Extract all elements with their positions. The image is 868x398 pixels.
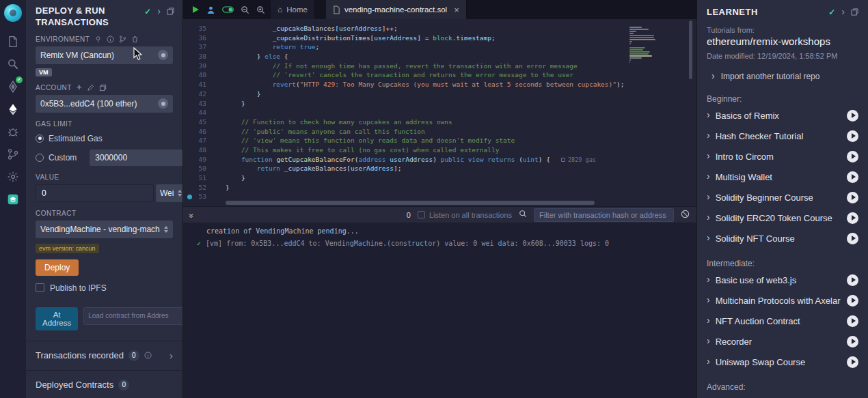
gutter-line[interactable]: 46 <box>183 127 216 137</box>
gutter-line[interactable]: 50 <box>183 164 216 173</box>
play-tutorial-button[interactable] <box>847 171 858 183</box>
gutter-line[interactable]: 43 <box>183 99 216 109</box>
sidebar-icon-source-control[interactable] <box>0 143 26 165</box>
sidebar-icon-debugger[interactable] <box>0 120 26 143</box>
edit-icon[interactable] <box>87 84 94 91</box>
close-tab-icon[interactable]: × <box>454 5 459 15</box>
play-tutorial-button[interactable] <box>847 212 858 224</box>
play-tutorial-button[interactable] <box>847 110 858 122</box>
fork-icon[interactable] <box>119 35 126 43</box>
play-tutorial-button[interactable] <box>847 233 858 244</box>
tab-vending-machine-contract[interactable]: vending-machine-contract.sol × <box>326 0 467 19</box>
tutorial-item[interactable]: ›Recorder <box>707 331 858 352</box>
code-line[interactable]: return true; <box>226 42 696 52</box>
environment-info-circle-icon[interactable] <box>158 50 168 60</box>
tutorial-item[interactable]: ›Solidity ERC20 Token Course <box>707 208 858 228</box>
stepper-up-icon[interactable] <box>164 226 168 229</box>
gutter-line[interactable]: 42 <box>183 89 216 99</box>
zoom-out-icon[interactable] <box>241 5 249 14</box>
play-tutorial-button[interactable] <box>847 295 858 307</box>
play-tutorial-button[interactable] <box>847 274 858 286</box>
sidebar-icon-solidity-compiler[interactable]: ✓ <box>0 75 26 98</box>
code-line[interactable]: // 'public' means anyone can call this f… <box>226 127 696 137</box>
environment-select[interactable]: Remix VM (Cancun) <box>36 46 173 64</box>
code-line[interactable]: _cupcakeBalances[userAddress]++; <box>226 24 696 33</box>
sidebar-icon-settings[interactable] <box>0 165 26 188</box>
code-line[interactable]: // 'revert' cancels the transaction and … <box>226 70 696 80</box>
at-address-button[interactable]: At Address <box>36 307 78 330</box>
code-line[interactable]: revert("HTTP 429: Too Many Cupcakes (you… <box>226 80 696 89</box>
code-line[interactable]: // 'view' means this function only reads… <box>226 136 696 145</box>
code-line[interactable]: } <box>226 183 696 193</box>
code-line[interactable]: // This makes it free to call (no gas co… <box>226 145 696 155</box>
gutter-line[interactable]: 39 <box>183 61 216 71</box>
code-editor[interactable]: 35363738394041424344454647484950515253 _… <box>183 19 696 199</box>
add-account-icon[interactable]: + <box>77 84 82 91</box>
gutter-line[interactable]: 44 <box>183 108 216 117</box>
code-line[interactable]: function getCupcakeBalanceFor(address us… <box>226 155 696 165</box>
terminal-output[interactable]: creation of VendingMachine pending... ✓ … <box>183 223 696 398</box>
info-icon[interactable] <box>107 35 114 43</box>
code-line[interactable]: // If not enough time has passed, revert… <box>226 61 696 71</box>
deployed-contracts-row[interactable]: Deployed Contracts 0 <box>26 371 182 398</box>
tutorial-item[interactable]: ›Multichain Protocols with Axelar <box>707 290 858 311</box>
account-info-circle-icon[interactable] <box>158 98 168 109</box>
estimated-gas-option[interactable]: Estimated Gas <box>36 134 173 143</box>
horizontal-scroll-thumb[interactable] <box>226 201 595 205</box>
run-icon[interactable] <box>191 5 200 14</box>
code-line[interactable]: } <box>226 99 696 109</box>
publish-ipfs-checkbox[interactable] <box>36 283 44 292</box>
editor-vertical-scrollbar[interactable] <box>689 20 692 79</box>
gutter-line[interactable]: 49 <box>183 155 216 165</box>
custom-gas-input[interactable] <box>90 150 183 166</box>
value-input[interactable] <box>36 184 154 202</box>
account-select[interactable]: 0x5B3...eddC4 (100 ether) <box>36 95 173 113</box>
chevron-right-icon[interactable]: › <box>169 352 173 360</box>
stepper-down-icon[interactable] <box>178 194 182 197</box>
terminal-filter-input[interactable] <box>534 208 674 222</box>
tutorial-item[interactable]: ›Solidity Beginner Course <box>707 187 858 208</box>
popout-window-icon[interactable] <box>851 8 858 16</box>
code-line[interactable]: // Function to check how many cupcakes a… <box>226 117 696 127</box>
transactions-recorded-row[interactable]: Transactions recorded 0 › <box>26 341 182 370</box>
stepper-down-icon[interactable] <box>164 230 168 233</box>
listen-transactions-checkbox[interactable] <box>418 211 425 218</box>
breakpoint-dot[interactable] <box>187 195 192 199</box>
gutter-line[interactable]: 36 <box>183 33 216 43</box>
publish-ipfs-row[interactable]: Publish to IPFS <box>36 283 173 293</box>
stepper-up-icon[interactable] <box>178 190 182 193</box>
gutter-line[interactable]: 47 <box>183 136 216 145</box>
zoom-in-icon[interactable] <box>256 5 265 14</box>
code-line[interactable]: _cupcakeDistributionTimes[userAddress] =… <box>226 33 696 43</box>
gutter-line[interactable]: 45 <box>183 117 216 127</box>
editor-horizontal-scrollbar[interactable] <box>183 199 696 206</box>
chevron-right-icon[interactable]: › <box>841 8 845 16</box>
tutorial-item[interactable]: ›Solidity NFT Course <box>707 228 858 248</box>
gutter-line[interactable]: 35 <box>183 24 216 33</box>
gutter-line[interactable]: 48 <box>183 145 216 155</box>
editor-minimap[interactable] <box>629 27 657 66</box>
play-tutorial-button[interactable] <box>847 192 858 203</box>
contract-select[interactable]: VendingMachine - vending-machin <box>36 221 173 238</box>
popout-window-icon[interactable] <box>167 8 174 15</box>
code-line[interactable]: } else { <box>226 52 696 61</box>
play-tutorial-button[interactable] <box>847 315 858 327</box>
code-line[interactable]: } <box>226 173 696 183</box>
clear-console-icon[interactable] <box>681 210 690 221</box>
gutter-line[interactable]: 38 <box>183 52 216 61</box>
estimated-gas-radio[interactable] <box>36 134 44 143</box>
info-icon[interactable] <box>144 352 152 359</box>
tutorial-item[interactable]: ›NFT Auction Contract <box>707 311 858 331</box>
deploy-button[interactable]: Deploy <box>36 259 79 276</box>
gutter-line[interactable]: 40 <box>183 70 216 80</box>
remix-logo[interactable] <box>4 4 22 22</box>
play-tutorial-button[interactable] <box>847 336 858 347</box>
sidebar-icon-learneth-plugin[interactable] <box>0 188 26 210</box>
play-tutorial-button[interactable] <box>847 356 858 368</box>
gutter-line[interactable]: 52 <box>183 183 216 193</box>
chevron-right-icon[interactable]: › <box>157 8 161 15</box>
user-icon[interactable] <box>206 5 215 14</box>
play-tutorial-button[interactable] <box>847 130 858 142</box>
editor-code[interactable]: _cupcakeBalances[userAddress]++; _cupcak… <box>226 24 696 199</box>
tutorial-item[interactable]: ›Uniswap Swap Course <box>707 352 858 372</box>
